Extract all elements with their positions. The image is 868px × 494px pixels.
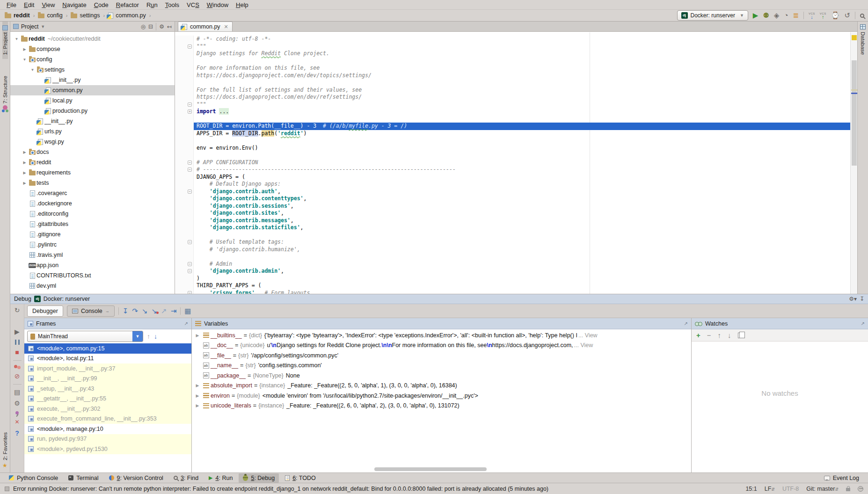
editor-tab-common-py[interactable]: common.py ✕ (178, 22, 233, 31)
move-down-icon[interactable]: ↓ (728, 332, 731, 339)
view-link[interactable]: ... View (577, 332, 598, 339)
hide-panel-icon[interactable]: ↤ (167, 23, 172, 30)
debug-button[interactable]: ⚉ (763, 12, 769, 19)
rerun-icon[interactable]: ↻ (15, 307, 20, 314)
tab-debugger[interactable]: Debugger (27, 305, 63, 317)
profiler-button[interactable]: ◔ (784, 12, 788, 19)
gear-icon[interactable]: ⚙ (159, 23, 164, 30)
code-line[interactable]: # --------------------------------------… (175, 166, 850, 174)
chevron-right-icon[interactable]: ▶ (21, 47, 28, 51)
code-line[interactable]: 'django.contrib.sites', (175, 210, 850, 217)
tree-item-urls-py[interactable]: urls.py (10, 126, 175, 137)
float-panel-icon[interactable]: ↗ (184, 321, 188, 326)
view-breakpoints-icon[interactable] (14, 365, 21, 369)
tree-item-reddit[interactable]: ▼reddit~/cookiecutter/reddit (10, 34, 175, 44)
tree-item-app-json[interactable]: app.json (10, 260, 175, 270)
code-line[interactable]: 'django.contrib.sessions', (175, 203, 850, 210)
chevron-right-icon[interactable]: ▶ (21, 150, 28, 154)
menu-navigate[interactable]: Navigate (58, 1, 90, 8)
code-line[interactable]: THIRD_PARTY_APPS = ( (175, 282, 850, 290)
horizontal-scrollbar[interactable] (374, 467, 487, 471)
menu-edit[interactable]: Edit (20, 1, 38, 8)
locate-file-icon[interactable]: ◎ (141, 23, 146, 30)
tree-item-tests[interactable]: ▶tests (10, 178, 175, 188)
tree-item-reddit[interactable]: ▶reddit (10, 157, 175, 167)
code-line[interactable]: """ (175, 101, 850, 109)
sidebar-tab-project[interactable]: 1: Project (2, 22, 8, 59)
chevron-right-icon[interactable]: ▶ (21, 181, 28, 185)
run-to-cursor-icon[interactable]: ⇥ (171, 307, 177, 314)
sidebar-tab-favorites[interactable]: 2: Favorites ★ (2, 429, 8, 472)
coverage-button[interactable]: ◈ (774, 12, 780, 19)
tree-item--init-py[interactable]: __init__.py (10, 116, 175, 126)
expand-arrow-icon[interactable]: ▶ (194, 403, 201, 408)
tree-item--travis-yml[interactable]: .travis.yml (10, 250, 175, 260)
code-line[interactable] (175, 116, 850, 123)
next-frame-icon[interactable]: ↓ (154, 333, 157, 340)
stack-frame-row[interactable]: __init__, __init__.py:99 (24, 374, 191, 384)
collapse-all-icon[interactable]: ⊟ (148, 23, 153, 30)
menu-window[interactable]: Window (203, 1, 232, 8)
code-line[interactable]: 'django.contrib.admin', (175, 268, 850, 275)
chevron-down-icon[interactable]: ▼ (13, 37, 20, 41)
code-line[interactable]: For more information on this file, see (175, 65, 850, 72)
view-link[interactable]: ... View (573, 342, 593, 349)
tree-item-wsgi-py[interactable]: wsgi.py (10, 137, 175, 147)
code-line[interactable]: DJANGO_APPS = ( (175, 174, 850, 181)
menu-refactor[interactable]: Refactor (112, 1, 143, 8)
tree-item-settings[interactable]: ▼settings (10, 65, 175, 75)
stack-frame-row[interactable]: execute_from_command_line, __init__.py:3… (24, 414, 191, 424)
tool-tab-terminal[interactable]: Terminal (64, 473, 102, 483)
move-up-icon[interactable]: ↑ (718, 332, 722, 339)
stack-frame-row[interactable]: _setup, __init__.py:43 (24, 384, 191, 394)
previous-frame-icon[interactable]: ↑ (147, 333, 150, 340)
menu-help[interactable]: Help (232, 1, 252, 8)
git-branch-selector[interactable]: Git: master⇵ (806, 486, 839, 492)
remove-watch-icon[interactable]: − (707, 332, 711, 339)
recent-changes-icon[interactable]: ⌚ (831, 12, 840, 19)
tree-item-config[interactable]: ▼config (10, 54, 175, 65)
variable-row-name[interactable]: __name__={str}'config.settings.common' (192, 361, 691, 371)
tree-item--gitignore[interactable]: .gitignore (10, 229, 175, 240)
hide-panel-icon[interactable]: ↧ (860, 296, 864, 302)
variable-row-environ[interactable]: ▶environ={module}<module 'environ' from … (192, 391, 691, 401)
mute-breakpoints-icon[interactable]: ⊘ (15, 373, 20, 380)
tool-tab-todo[interactable]: 6: TODO (281, 473, 320, 483)
menu-file[interactable]: File (3, 1, 20, 8)
tree-item--editorconfig[interactable]: .editorconfig (10, 209, 175, 219)
code-line[interactable]: # -*- coding: utf-8 -*- (175, 36, 850, 43)
code-line[interactable] (175, 137, 850, 145)
tree-item-compose[interactable]: ▶compose (10, 44, 175, 54)
tree-item-docs[interactable]: ▶docs (10, 147, 175, 157)
float-panel-icon[interactable]: ↗ (861, 321, 865, 326)
tab-console[interactable]: Console → (67, 305, 115, 317)
code-line[interactable]: env = environ.Env() (175, 145, 850, 152)
tree-item--gitattributes[interactable]: .gitattributes (10, 219, 175, 229)
caret-position[interactable]: 15:1 (745, 486, 757, 492)
tool-tab-python-console[interactable]: Python Console (5, 473, 62, 483)
code-line[interactable]: import ... (175, 108, 850, 116)
chevron-right-icon[interactable]: ▶ (21, 160, 28, 165)
thread-selector[interactable]: MainThread ▼ (27, 331, 143, 342)
settings-gear-icon[interactable]: ⚙ (14, 400, 20, 407)
code-line[interactable]: https://docs.djangoproject.com/en/dev/to… (175, 72, 850, 80)
tree-item--dockerignore[interactable]: .dockerignore (10, 198, 175, 209)
close-icon[interactable]: ✕ (15, 419, 19, 426)
run-with-settings-button[interactable]: ≣ (793, 12, 799, 19)
expand-arrow-icon[interactable]: ▶ (194, 393, 201, 398)
code-line[interactable] (175, 58, 850, 65)
breadcrumb-item[interactable]: common.py (107, 12, 147, 19)
variable-row-package[interactable]: __package__={NoneType}None (192, 370, 691, 381)
code-line[interactable]: # Admin (175, 261, 850, 268)
stack-frame-row[interactable]: execute, __init__.py:302 (24, 404, 191, 414)
step-over-icon[interactable]: ↷ (132, 307, 138, 314)
chevron-down-icon[interactable]: ▼ (21, 58, 28, 62)
close-icon[interactable]: ✕ (224, 24, 228, 30)
float-panel-icon[interactable]: ↗ (684, 321, 688, 326)
vcs-commit-button[interactable]: VCS↑ (820, 12, 826, 19)
variable-row-doc[interactable]: __doc__={unicode}u'\nDjango settings for… (192, 341, 691, 351)
menu-view[interactable]: View (38, 1, 58, 8)
code-editor[interactable]: −−+−−−−−−− # -*- coding: utf-8 -*-"""Dja… (175, 32, 850, 294)
evaluate-expression-icon[interactable]: ▦ (184, 307, 191, 314)
chevron-right-icon[interactable]: ▶ (21, 171, 28, 175)
